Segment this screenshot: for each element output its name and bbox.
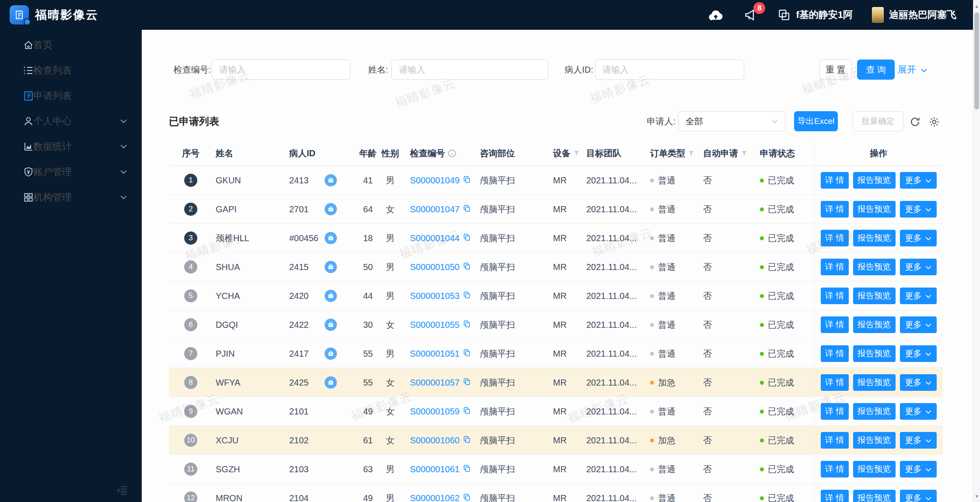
report-preview-button[interactable]: 报告预览: [853, 288, 896, 304]
more-button[interactable]: 更多: [900, 230, 937, 246]
more-button[interactable]: 更多: [900, 490, 937, 502]
exam-no-link[interactable]: S000001061: [410, 464, 471, 475]
more-button[interactable]: 更多: [900, 374, 937, 391]
more-button[interactable]: 更多: [900, 259, 937, 275]
settings-gear-icon[interactable]: [928, 116, 940, 128]
copy-icon[interactable]: [462, 319, 471, 330]
detail-button[interactable]: 详 情: [821, 461, 849, 477]
sidebar-item-数据统计[interactable]: 数据统计: [0, 134, 142, 159]
filter-funnel-icon[interactable]: [688, 151, 694, 156]
scroll-up-arrow[interactable]: ▲: [973, 4, 980, 9]
more-button[interactable]: 更多: [900, 403, 937, 420]
sidebar-item-个人中心[interactable]: 个人中心: [0, 109, 142, 134]
copy-icon[interactable]: [462, 377, 471, 388]
report-preview-button[interactable]: 报告预览: [853, 259, 896, 275]
more-button[interactable]: 更多: [900, 461, 937, 477]
copy-icon[interactable]: [462, 204, 471, 215]
name-input[interactable]: [392, 60, 548, 80]
more-button[interactable]: 更多: [900, 345, 937, 362]
detail-button[interactable]: 详 情: [821, 432, 849, 449]
exam-no-link[interactable]: S000001059: [410, 406, 471, 417]
copy-icon[interactable]: [462, 493, 471, 502]
sidebar-item-申请列表[interactable]: 申请列表: [0, 83, 142, 109]
filter-funnel-icon[interactable]: [574, 151, 580, 156]
report-preview-button[interactable]: 报告预览: [853, 230, 896, 246]
detail-button[interactable]: 详 情: [821, 230, 849, 246]
more-button[interactable]: 更多: [900, 316, 937, 333]
more-button[interactable]: 更多: [900, 201, 937, 218]
patient-card-icon[interactable]: [325, 290, 337, 302]
copy-icon[interactable]: [462, 435, 471, 446]
detail-button[interactable]: 详 情: [821, 259, 849, 275]
detail-button[interactable]: 详 情: [821, 201, 849, 218]
patient-card-icon[interactable]: [325, 232, 337, 244]
report-preview-button[interactable]: 报告预览: [853, 461, 896, 477]
exam-no-link[interactable]: S000001051: [410, 348, 471, 359]
patient-card-icon[interactable]: [325, 348, 337, 360]
copy-icon[interactable]: [462, 175, 471, 186]
exam-no-link[interactable]: S000001044: [410, 233, 471, 244]
exam-no-link[interactable]: S000001053: [410, 291, 471, 302]
detail-button[interactable]: 详 情: [821, 288, 849, 304]
exam-no-link[interactable]: S000001050: [410, 262, 471, 273]
applicant-select[interactable]: 全部: [678, 111, 785, 131]
sidebar-item-首页[interactable]: 首页: [0, 32, 142, 58]
scrollbar-thumb[interactable]: [974, 12, 979, 109]
info-circle-icon[interactable]: [448, 149, 456, 158]
more-button[interactable]: 更多: [900, 432, 937, 449]
export-excel-button[interactable]: 导出Excel: [794, 111, 838, 131]
cloud-upload-icon[interactable]: [707, 8, 724, 21]
org-switcher[interactable]: f基的静安1阿: [777, 8, 853, 21]
patient-card-icon[interactable]: [325, 319, 337, 331]
sidebar-item-账户管理[interactable]: 账户管理: [0, 159, 142, 185]
sidebar-collapse-icon[interactable]: [115, 484, 130, 497]
report-preview-button[interactable]: 报告预览: [853, 490, 896, 502]
report-preview-button[interactable]: 报告预览: [853, 316, 896, 333]
exam-no-input[interactable]: [212, 60, 350, 80]
vertical-scrollbar[interactable]: ▲ ▼: [973, 0, 980, 502]
patient-card-icon[interactable]: [325, 376, 337, 389]
detail-button[interactable]: 详 情: [821, 490, 849, 502]
report-preview-button[interactable]: 报告预览: [853, 403, 896, 420]
detail-button[interactable]: 详 情: [821, 172, 849, 189]
report-preview-button[interactable]: 报告预览: [853, 345, 896, 362]
patient-card-icon[interactable]: [325, 261, 337, 273]
patient-card-icon[interactable]: [325, 174, 337, 186]
expand-link[interactable]: 展开: [898, 60, 928, 80]
sidebar-item-检查列表[interactable]: 检查列表: [0, 58, 142, 83]
report-preview-button[interactable]: 报告预览: [853, 201, 896, 218]
exam-no-link[interactable]: S000001055: [410, 319, 471, 330]
detail-button[interactable]: 详 情: [821, 403, 849, 420]
expand-label: 展开: [898, 63, 916, 76]
patient-id-input[interactable]: [595, 60, 744, 80]
exam-no-link[interactable]: S000001057: [410, 377, 471, 388]
user-menu[interactable]: 迪丽热巴阿塞飞: [872, 7, 956, 23]
detail-button[interactable]: 详 情: [821, 316, 849, 333]
announcement-icon[interactable]: 8: [743, 7, 758, 22]
exam-no-link[interactable]: S000001047: [410, 204, 471, 215]
copy-icon[interactable]: [462, 233, 471, 244]
more-button[interactable]: 更多: [900, 288, 937, 304]
sidebar-item-机构管理[interactable]: 机构管理: [0, 185, 142, 210]
report-preview-button[interactable]: 报告预览: [853, 172, 896, 189]
copy-icon[interactable]: [462, 348, 471, 359]
detail-button[interactable]: 详 情: [821, 374, 849, 391]
copy-icon[interactable]: [462, 291, 471, 302]
exam-no-link[interactable]: S000001062: [410, 493, 471, 502]
more-button[interactable]: 更多: [900, 172, 937, 189]
report-preview-button[interactable]: 报告预览: [853, 432, 896, 449]
report-preview-button[interactable]: 报告预览: [853, 374, 896, 391]
filter-funnel-icon[interactable]: [741, 151, 747, 156]
copy-icon[interactable]: [462, 464, 471, 475]
patient-card-icon[interactable]: [325, 203, 337, 215]
copy-icon[interactable]: [462, 406, 471, 417]
refresh-icon[interactable]: [909, 116, 921, 128]
scroll-down-arrow[interactable]: ▼: [973, 494, 980, 499]
exam-no-link[interactable]: S000001049: [410, 175, 471, 186]
detail-button[interactable]: 详 情: [821, 345, 849, 362]
query-button[interactable]: 查 询: [857, 60, 895, 80]
reset-button[interactable]: 重 置: [819, 60, 852, 80]
copy-icon[interactable]: [462, 262, 471, 273]
exam-no-link[interactable]: S000001060: [410, 435, 471, 446]
batch-confirm-button[interactable]: 批量确定: [853, 111, 903, 131]
